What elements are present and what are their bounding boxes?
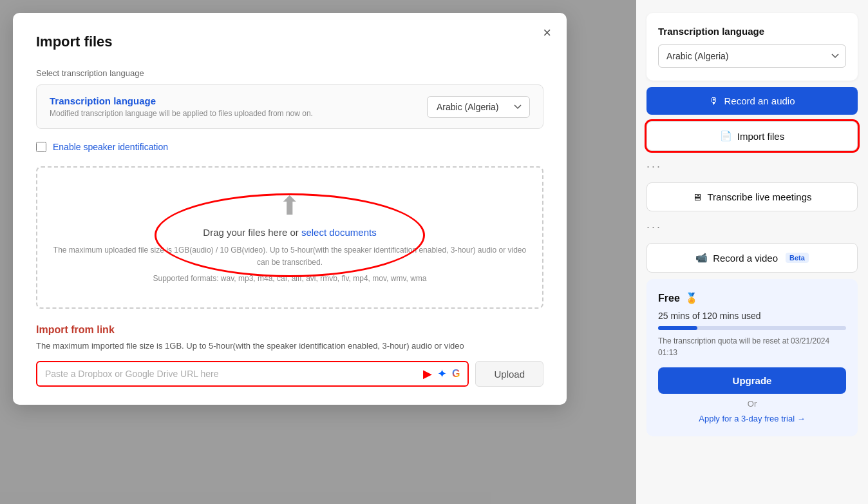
link-icons: ▶ ✦ G <box>423 367 460 381</box>
modal-title: Import files <box>36 34 543 50</box>
drop-text: Drag your files here or select documents <box>53 227 527 238</box>
speaker-checkbox[interactable] <box>36 142 46 152</box>
select-documents-link[interactable]: select documents <box>301 227 377 238</box>
google-drive-icon: G <box>452 368 460 380</box>
drop-zone[interactable]: ⬆ Drag your files here or select documen… <box>36 166 543 309</box>
dropbox-icon: ✦ <box>437 367 447 381</box>
lang-box-title: Transcription language <box>50 95 313 106</box>
ellipsis-1: ··· <box>646 157 858 176</box>
drop-subtext1: The maximum uploaded file size is 1GB(au… <box>53 244 527 269</box>
upload-icon: ⬆ <box>53 191 527 220</box>
live-icon: 🖥 <box>692 191 702 202</box>
progress-bar-bg <box>658 326 846 330</box>
or-text: Or <box>658 399 846 409</box>
sidebar-lang-title: Transcription language <box>658 26 846 37</box>
free-usage: 25 mins of 120 mins used <box>658 311 846 321</box>
import-files-button[interactable]: 📄 Import files <box>646 121 858 151</box>
ellipsis-2: ··· <box>646 218 858 237</box>
free-title: Free <box>658 293 680 304</box>
upload-button[interactable]: Upload <box>475 361 543 387</box>
record-audio-button[interactable]: 🎙 Record an audio <box>646 87 858 115</box>
language-select[interactable]: Arabic (Algeria) <box>427 96 530 118</box>
link-input[interactable] <box>45 362 423 385</box>
lang-section-label: Select transcription language <box>36 68 543 78</box>
speaker-row: Enable speaker identification <box>36 142 543 152</box>
youtube-icon: ▶ <box>423 367 432 381</box>
video-icon: 📹 <box>695 252 708 264</box>
sidebar: Transcription language Arabic (Algeria) … <box>636 0 868 504</box>
upgrade-button[interactable]: Upgrade <box>658 367 846 394</box>
sidebar-lang-select[interactable]: Arabic (Algeria) <box>658 44 846 68</box>
beta-badge: Beta <box>786 253 809 263</box>
lang-box-desc: Modified transcription language will be … <box>50 109 313 118</box>
transcribe-live-button[interactable]: 🖥 Transcribe live meetings <box>646 182 858 211</box>
import-files-modal: Import files × Select transcription lang… <box>13 13 567 405</box>
drop-subtext2: Supported formats: wav, mp3, m4a, caf, a… <box>53 273 527 285</box>
speaker-label[interactable]: Enable speaker identification <box>53 142 168 152</box>
mic-icon: 🎙 <box>709 95 719 106</box>
free-icon: 🏅 <box>685 292 698 304</box>
record-video-button[interactable]: 📹 Record a video Beta <box>646 243 858 273</box>
close-button[interactable]: × <box>543 26 551 40</box>
import-link-title: Import from link <box>36 324 543 336</box>
file-icon: 📄 <box>720 130 732 142</box>
progress-bar-fill <box>658 326 697 330</box>
free-reset-text: The transcription quota will be reset at… <box>658 335 846 358</box>
trial-link[interactable]: Apply for a 3-day free trial → <box>658 414 846 423</box>
free-card: Free 🏅 25 mins of 120 mins used The tran… <box>646 279 858 436</box>
transcription-language-card: Transcription language Arabic (Algeria) <box>646 13 858 81</box>
link-input-row: ▶ ✦ G Upload <box>36 361 543 387</box>
import-link-desc: The maximum imported file size is 1GB. U… <box>36 340 543 353</box>
language-box: Transcription language Modified transcri… <box>36 84 543 129</box>
link-input-wrapper: ▶ ✦ G <box>36 361 469 387</box>
